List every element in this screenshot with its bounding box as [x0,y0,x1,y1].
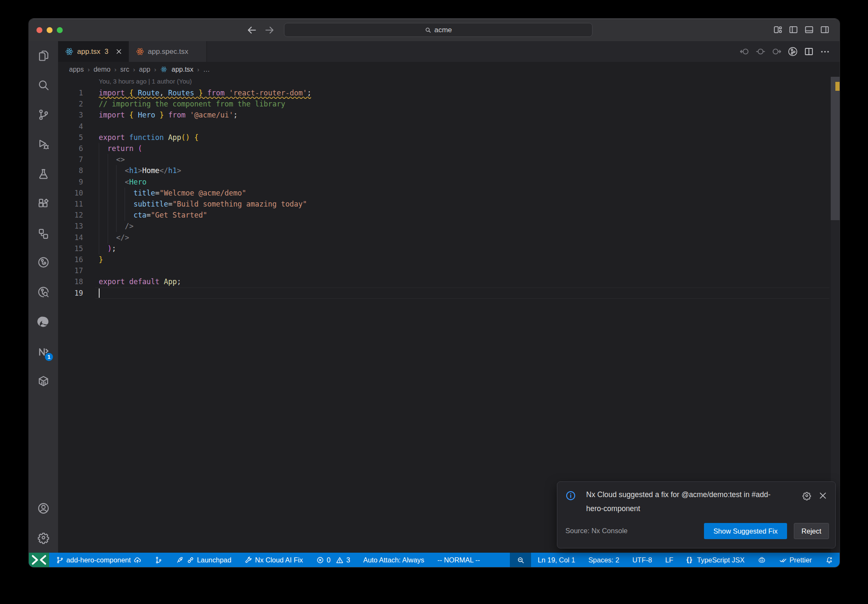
code-line-13[interactable]: 13 /> [58,221,830,232]
status-encoding[interactable]: UTF-8 [626,553,659,567]
code-line-15[interactable]: 15 ); [58,243,830,254]
more-actions-icon[interactable] [820,46,830,57]
cloud-upload-icon [134,556,142,564]
status-problems[interactable]: 03 [309,553,356,567]
activity-bar-item-search[interactable] [37,78,50,92]
notification-settings-icon[interactable] [802,491,812,501]
breadcrumb-item-src[interactable]: src [120,66,129,73]
breadcrumb-separator: › [195,66,201,73]
code-line-6[interactable]: 6 return ( [58,143,830,154]
code-line-12[interactable]: 12 cta="Get Started" [58,210,830,221]
activity-bar-item-nx-console[interactable]: 1 [37,345,50,358]
breadcrumb-item-app[interactable]: app [139,66,150,73]
breadcrumb-separator: › [112,66,119,73]
remote-indicator[interactable] [29,553,49,567]
status-vim-mode[interactable]: -- NORMAL -- [431,553,486,567]
status-cursor-position[interactable]: Ln 19, Col 1 [531,553,581,567]
code-line-3[interactable]: 3import { Hero } from '@acme/ui'; [58,109,830,121]
code-line-2[interactable]: 2// importing the component from the lib… [58,98,830,110]
status-language-mode[interactable]: {}TypeScript JSX [680,553,751,567]
scrollbar-slider[interactable] [831,77,840,220]
activity-bar: 1 [29,41,58,553]
notification-close-icon[interactable] [818,491,828,501]
activity-bar-item-explorer[interactable] [37,49,50,62]
line-number: 2 [58,98,83,109]
activity-bar-item-testing[interactable] [37,168,50,181]
next-change-icon[interactable] [771,46,782,57]
status-indentation[interactable]: Spaces: 2 [582,553,626,567]
activity-bar-item-settings[interactable] [37,531,50,544]
activity-bar-item-gitlens-inspect[interactable] [37,285,50,299]
activity-bar-item-edge-tools[interactable] [37,315,50,328]
editor-actions [739,41,840,62]
breadcrumb-item-file[interactable]: app.tsx [172,66,194,73]
navigate-back-icon[interactable] [246,25,257,36]
close-tab-icon[interactable] [115,48,122,55]
line-number: 6 [58,143,83,154]
activity-bar-item-extensions[interactable] [37,197,50,210]
line-number: 3 [58,109,83,120]
show-suggested-fix-button[interactable]: Show Suggested Fix [704,523,787,539]
code-line-10[interactable]: 10 title="Welcmoe @acme/demo" [58,187,830,199]
split-editor-icon[interactable] [804,46,814,57]
status-git-graph[interactable] [148,553,169,567]
breadcrumb-item-demo[interactable]: demo [94,66,111,73]
previous-change-icon[interactable] [739,46,750,57]
status-label: LF [665,556,673,564]
braces-icon: {} [687,556,695,564]
minimize-window-button[interactable] [47,27,53,33]
code-line-5[interactable]: 5export function App() { [58,132,830,143]
code-line-9[interactable]: 9 <Hero [58,176,830,188]
toggle-panel-icon[interactable] [804,25,814,35]
line-number: 13 [58,221,83,232]
code-line-11[interactable]: 11 subtitle="Build something amazing tod… [58,199,830,210]
tab-app.spec.tsx[interactable]: app.spec.tsx [129,41,207,62]
bell-dot-icon [825,556,833,564]
workbench: 1 app.tsx3app.spec.tsx apps›demo›src›app… [29,41,840,553]
code-line-8[interactable]: 8 <h1>Home</h1> [58,165,830,176]
activity-bar-item-containers[interactable] [37,375,50,388]
tab-label: app.spec.tsx [148,48,188,56]
source-control-graph-icon[interactable] [787,46,798,57]
maximize-window-button[interactable] [57,27,63,33]
code-line-18[interactable]: 18export default App; [58,276,830,288]
activity-bar-item-gitlens[interactable] [37,256,50,269]
status-prettier[interactable]: Prettier [772,553,818,567]
code-line-4[interactable]: 4 [58,121,830,132]
code-line-16[interactable]: 16} [58,254,830,266]
toggle-primary-sidebar-icon[interactable] [788,25,798,35]
code-line-7[interactable]: 7 <> [58,154,830,165]
code-line-17[interactable]: 17 [58,265,830,277]
activity-bar-item-source-control[interactable] [37,108,50,121]
search-icon [425,27,431,34]
status-screencast-zoom[interactable] [510,553,531,567]
activity-bar-item-project-graph[interactable] [37,227,50,240]
command-center-search[interactable]: acme [284,23,593,37]
line-number: 19 [58,288,83,299]
toggle-secondary-sidebar-icon[interactable] [820,25,830,35]
status-eol[interactable]: LF [659,553,680,567]
breadcrumb-item-apps[interactable]: apps [69,66,84,73]
react-file-icon [160,66,167,73]
status-auto-attach[interactable]: Auto Attach: Always [357,553,431,567]
status-notifications[interactable] [818,553,840,567]
breadcrumb: apps›demo›src›app›app.tsx›… [58,62,840,77]
reject-button[interactable]: Reject [794,523,829,539]
activity-bar-item-accounts[interactable] [37,502,50,515]
current-change-icon[interactable] [755,46,766,57]
status-copilot[interactable] [751,553,772,567]
close-window-button[interactable] [36,27,42,33]
tab-app.tsx[interactable]: app.tsx3 [58,41,129,62]
overview-warning-mark [835,82,840,91]
customize-layout-icon[interactable] [773,25,783,35]
gitlens-blame-annotation: You, 3 hours ago | 1 author (You) [99,78,192,88]
breadcrumb-separator: › [86,66,92,73]
breadcrumb-more[interactable]: … [203,66,210,73]
activity-bar-item-run-and-debug[interactable] [37,138,50,151]
line-number: 11 [58,199,83,210]
navigate-forward-icon[interactable] [264,25,275,36]
status-launchpad[interactable]: Launchpad [169,553,238,567]
code-line-14[interactable]: 14 </> [58,232,830,243]
status-branch[interactable]: add-hero-component [49,553,148,567]
status-nx-cloud-ai-fix[interactable]: Nx Cloud AI Fix [238,553,309,567]
